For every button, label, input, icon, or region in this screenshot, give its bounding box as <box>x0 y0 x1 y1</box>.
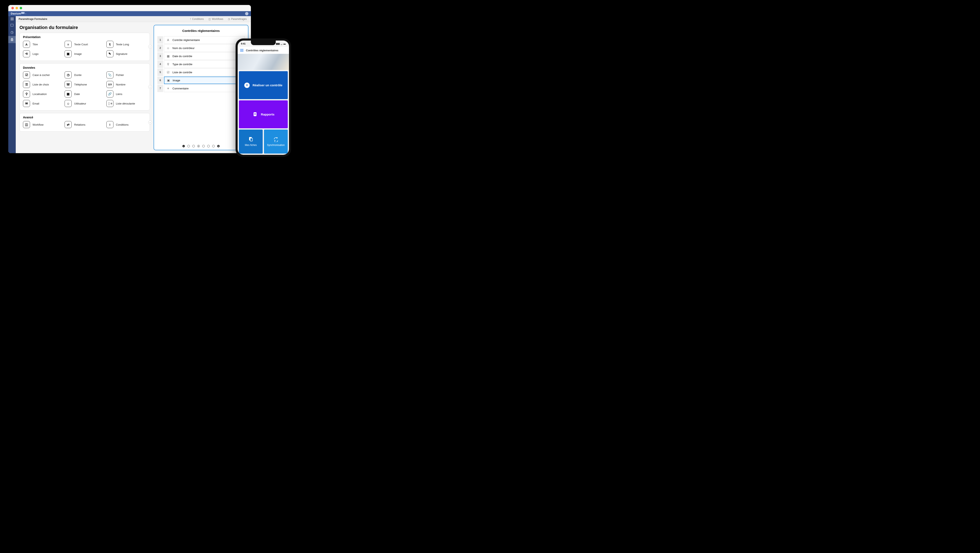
donnees-icon-9: ✉ <box>23 100 30 107</box>
maximize-window[interactable] <box>20 7 22 9</box>
tile-sync[interactable]: Synchronisation <box>264 130 288 154</box>
field-label: Commentaire <box>172 87 189 90</box>
row-num: 1 <box>158 36 163 44</box>
donnees-component-7[interactable]: ▦Date <box>65 91 105 97</box>
form-row-1[interactable]: 1AContrôle réglementaire <box>158 36 245 44</box>
avatar[interactable] <box>245 12 248 15</box>
presentation-label-2: Texte Long <box>116 43 129 46</box>
avance-component-1[interactable]: ⇄Relations <box>65 121 105 128</box>
donnees-icon-6: ⚲ <box>23 91 30 97</box>
avance-label-1: Relations <box>74 123 85 126</box>
close-window[interactable] <box>11 7 14 9</box>
donnees-component-0[interactable]: ☑Case à cocher <box>23 72 63 78</box>
donnees-component-1[interactable]: ◷Durée <box>65 72 105 78</box>
page-dot-5[interactable] <box>212 145 215 147</box>
field-type-icon: ≡ <box>166 87 170 90</box>
donnees-icon-8: 🔗 <box>107 91 113 97</box>
donnees-component-6[interactable]: ⚲Localisation <box>23 91 63 97</box>
tile-fiches[interactable]: Mes fiches <box>239 130 263 154</box>
row-num: 3 <box>158 52 163 60</box>
top-bar: DaxiumAir · <box>8 11 251 16</box>
expand-avance[interactable]: › <box>148 121 152 124</box>
presentation-component-5[interactable]: ✎Signature <box>107 50 146 57</box>
donnees-icon-5: 123 <box>107 81 113 88</box>
avance-icon-1: ⇄ <box>65 121 72 128</box>
avance-component-0[interactable]: ◫Workflow <box>23 121 63 128</box>
presentation-icon-0: A <box>23 41 30 48</box>
field-label: Liste de contrôle <box>172 71 192 74</box>
avance-title: Avancé <box>23 116 146 119</box>
nav-dashboard[interactable] <box>8 22 16 29</box>
donnees-component-4[interactable]: ☏Téléphone <box>65 81 105 88</box>
tile-realiser[interactable]: + Réaliser un contrôle <box>239 71 288 99</box>
svg-rect-0 <box>11 24 13 26</box>
apps-menu-button[interactable] <box>8 16 16 22</box>
form-row-6[interactable]: 6▣Image <box>158 76 245 84</box>
form-row-5[interactable]: 5☑Liste de contrôle <box>158 68 245 76</box>
docs-icon <box>248 137 254 142</box>
expand-donnees[interactable]: › <box>148 85 152 89</box>
params-link[interactable]: ◷Paramétrages <box>228 17 247 21</box>
minimize-window[interactable] <box>16 7 18 9</box>
nav-stats[interactable] <box>8 29 16 36</box>
field-type-icon: ▦ <box>166 54 170 58</box>
presentation-component-0[interactable]: ATitre <box>23 41 63 48</box>
workflows-link[interactable]: ◫Workflows <box>208 17 223 21</box>
donnees-component-8[interactable]: 🔗Liens <box>107 91 146 97</box>
donnees-label-6: Localisation <box>32 92 47 95</box>
tile-rapports[interactable]: Rapports <box>239 100 288 128</box>
sync-icon <box>273 137 278 142</box>
plus-icon: + <box>244 83 250 88</box>
presentation-icon-1: ≡ <box>65 41 72 48</box>
form-row-3[interactable]: 3▦Date du contrôle <box>158 52 245 60</box>
presentation-icon-5: ✎ <box>107 50 113 57</box>
form-preview-title: Contrôles réglementaires <box>158 29 245 32</box>
hamburger-icon[interactable] <box>240 49 243 51</box>
page-dot-0[interactable] <box>187 145 190 147</box>
row-body[interactable]: AContrôle réglementaire <box>164 36 245 44</box>
form-row-7[interactable]: 7≡Commentaire <box>158 85 245 92</box>
presentation-icon-2: ¶ <box>107 41 113 48</box>
donnees-icon-10: ☺ <box>65 100 72 107</box>
form-row-4[interactable]: 4⚲Type de contrôle <box>158 60 245 68</box>
form-row-2[interactable]: 2☺Nom du contrôleur <box>158 44 245 52</box>
wifi-icon: ◡ <box>280 43 283 45</box>
nav-forms[interactable] <box>8 36 16 43</box>
page-dot-1[interactable] <box>192 145 195 147</box>
field-type-icon: A <box>166 38 170 41</box>
presentation-component-4[interactable]: ▣Image <box>65 50 105 57</box>
row-body[interactable]: ▦Date du contrôle <box>164 52 245 60</box>
presentation-component-3[interactable]: ⟲Logo <box>23 50 63 57</box>
expand-presentation[interactable]: › <box>148 45 152 49</box>
donnees-icon-3: ☰ <box>23 81 30 88</box>
donnees-component-5[interactable]: 123Nombre <box>107 81 146 88</box>
avance-label-2: Conditions <box>116 123 129 126</box>
battery-icon: ▬ <box>283 43 286 45</box>
presentation-panel: Présentation ATitre≡Texte Court¶Texte Lo… <box>19 33 150 61</box>
row-body[interactable]: ☑Liste de contrôle <box>164 68 245 76</box>
avance-icon-0: ◫ <box>23 121 30 128</box>
phone-header: Contrôles réglementaires <box>238 47 289 54</box>
donnees-component-10[interactable]: ☺Utilisateur <box>65 100 105 107</box>
row-body[interactable]: ≡Commentaire <box>164 85 245 92</box>
presentation-component-2[interactable]: ¶Texte Long <box>107 41 146 48</box>
row-body[interactable]: ▣Image <box>164 76 245 84</box>
donnees-component-9[interactable]: ✉Email <box>23 100 63 107</box>
row-body[interactable]: ☺Nom du contrôleur <box>164 44 245 52</box>
presentation-component-1[interactable]: ≡Texte Court <box>65 41 105 48</box>
avance-component-2[interactable]: !Conditions <box>107 121 146 128</box>
sub-bar: Paramétrage Formulaire !Conditions ◫Work… <box>8 16 251 22</box>
page-dot-3[interactable] <box>202 145 205 147</box>
page-dot-2[interactable] <box>197 145 200 147</box>
workflow-icon: ◫ <box>208 17 211 21</box>
donnees-component-11[interactable]: ⋮≡Liste déroulante <box>107 100 146 107</box>
presentation-icon-3: ⟲ <box>23 50 30 57</box>
donnees-component-3[interactable]: ☰Liste de choix <box>23 81 63 88</box>
page-dot-4[interactable] <box>207 145 210 147</box>
conditions-link[interactable]: !Conditions <box>190 17 204 21</box>
donnees-component-2[interactable]: 📎Fichier <box>107 72 146 78</box>
remove-page[interactable]: − <box>182 145 185 147</box>
add-page[interactable]: + <box>217 145 220 147</box>
signal-icon: ▮▮▮ <box>276 43 280 45</box>
row-body[interactable]: ⚲Type de contrôle <box>164 60 245 68</box>
